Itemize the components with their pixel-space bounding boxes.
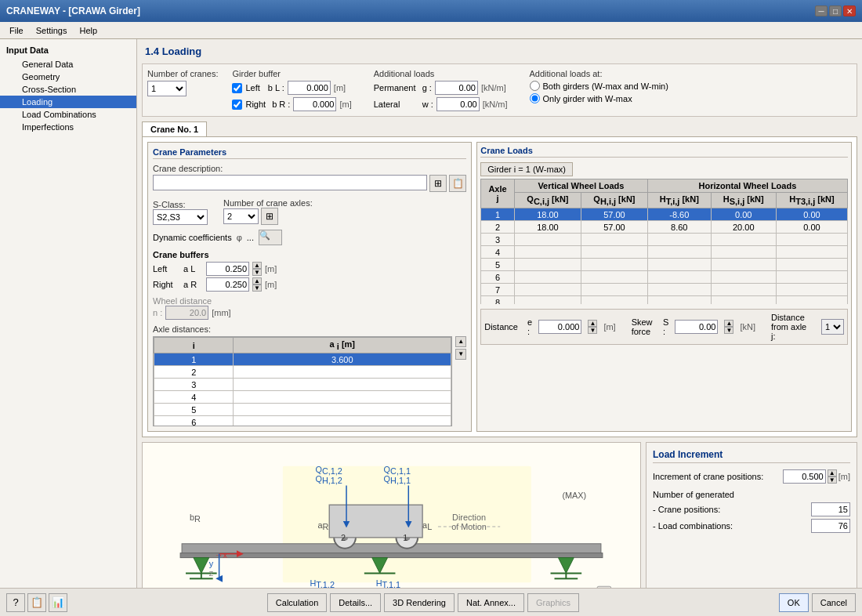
dist-from-axle-select[interactable]: 12: [821, 319, 844, 335]
g-input[interactable]: [435, 81, 478, 95]
crane-positions-value: [811, 502, 850, 516]
ar-input[interactable]: [206, 277, 249, 292]
crane-tab-1[interactable]: Crane No. 1: [142, 121, 207, 136]
axle-scroll-up[interactable]: ▲: [455, 336, 466, 347]
axle-table-scroll[interactable]: i a i [m] 13.600 2 3 4 5: [153, 336, 452, 426]
axle-row-4[interactable]: 4: [154, 391, 451, 404]
crane-diagram-svg: bR bL aR aL QC,1,2 QH,1,2 QC,1,1 QH,1,1: [143, 443, 640, 588]
w-input[interactable]: [436, 97, 480, 111]
s-spin-down[interactable]: ▼: [724, 327, 733, 334]
both-girders-radio[interactable]: [530, 81, 540, 91]
sidebar-item-loading[interactable]: Loading: [0, 96, 136, 108]
axle-row-3[interactable]: 3: [154, 379, 451, 391]
ar-label: a R: [183, 280, 203, 289]
skew-label: Skew force: [632, 317, 654, 336]
ar-spin-up[interactable]: ▲: [252, 277, 262, 284]
crane-desc-input[interactable]: [153, 175, 427, 190]
calculation-button[interactable]: Calculation: [267, 593, 327, 612]
distance-row: Distance e : ▲ ▼ [m] Skew force S : ▲ ▼: [480, 309, 848, 345]
girder-tab[interactable]: Girder i = 1 (W-max): [480, 162, 573, 176]
al-input[interactable]: [206, 262, 249, 276]
menu-file[interactable]: File: [3, 24, 30, 37]
loads-row-6[interactable]: 6: [481, 271, 848, 284]
lateral-row: Lateral w : [kN/m]: [374, 97, 508, 111]
lateral-label: Lateral: [374, 100, 419, 109]
right-buffer-check[interactable]: [232, 100, 242, 110]
help-icon-btn[interactable]: ?: [6, 593, 25, 612]
svg-text:aL: aL: [422, 520, 432, 531]
graphics-button[interactable]: Graphics: [527, 593, 579, 612]
loads-ht-header: HT,i,j [kN]: [647, 193, 711, 208]
loads-row-3[interactable]: 3: [481, 234, 848, 246]
maximize-button[interactable]: □: [829, 5, 842, 16]
details-button[interactable]: Details...: [330, 593, 381, 612]
minimize-button[interactable]: ─: [815, 5, 828, 16]
loads-row-1[interactable]: 118.0057.00-8.600.000.00: [481, 208, 848, 221]
crane-desc-btn1[interactable]: ⊞: [429, 175, 447, 192]
incr-value-wrap: ▲ ▼ [m]: [783, 469, 850, 484]
bl-input[interactable]: [288, 81, 331, 95]
ok-button[interactable]: OK: [779, 593, 809, 612]
crane-desc-btn2[interactable]: 📋: [449, 175, 466, 192]
close-button[interactable]: ✕: [843, 5, 856, 16]
chart-btn[interactable]: 📊: [49, 593, 67, 612]
loads-table-wrap[interactable]: Axlej Vertical Wheel Loads Horizontal Wh…: [480, 179, 848, 304]
main-layout: Input Data General Data Geometry Cross-S…: [0, 39, 862, 588]
copy-btn[interactable]: 📋: [27, 593, 46, 612]
nat-annex-button[interactable]: Nat. Annex...: [458, 593, 524, 612]
ar-spin-down[interactable]: ▼: [252, 284, 262, 292]
axle-scroll-down[interactable]: ▼: [455, 349, 466, 360]
sidebar-item-imperfections[interactable]: Imperfections: [0, 121, 136, 133]
sidebar-item-load-combinations[interactable]: Load Combinations: [0, 108, 136, 121]
cancel-button[interactable]: Cancel: [812, 593, 856, 612]
axle-row-6[interactable]: 6: [154, 416, 451, 426]
s-input[interactable]: [675, 320, 718, 334]
axle-row-2[interactable]: 2: [154, 366, 451, 379]
e-spin-down[interactable]: ▼: [588, 327, 597, 334]
e-spin-up[interactable]: ▲: [588, 320, 597, 327]
rendering-button[interactable]: 3D Rendering: [384, 593, 455, 612]
e-input[interactable]: [538, 320, 581, 334]
menu-help[interactable]: Help: [73, 24, 103, 37]
axles-info-btn[interactable]: ⊞: [261, 208, 278, 225]
num-cranes-select[interactable]: 123: [147, 81, 187, 96]
loads-row-4[interactable]: 4: [481, 246, 848, 259]
axles-select[interactable]: 1234: [223, 208, 259, 224]
content-area: 1.4 Loading Number of cranes: 123 Girder…: [137, 39, 862, 588]
sidebar-item-general-data[interactable]: General Data: [0, 58, 136, 71]
loads-vert-header: Vertical Wheel Loads: [514, 179, 647, 193]
loads-row-7[interactable]: 7: [481, 284, 848, 296]
sclass-select[interactable]: S1S2,S3S4S5: [153, 209, 208, 225]
sclass-group: S-Class: S1S2,S3S4S5: [153, 200, 208, 225]
incr-spin-down[interactable]: ▼: [828, 476, 837, 484]
buffer-right-item: Right a R ▲ ▼ [m]: [153, 277, 466, 292]
axle-row-1[interactable]: 13.600: [154, 353, 451, 366]
svg-text:z: z: [209, 568, 214, 578]
dynamic-search-btn[interactable]: 🔍: [259, 230, 282, 245]
br-input[interactable]: [293, 97, 336, 111]
axle-dist-label: Axle distances:: [153, 324, 466, 334]
al-spin-down[interactable]: ▼: [252, 269, 262, 276]
load-comb-value: [811, 519, 850, 533]
svg-text:(MAX): (MAX): [562, 491, 586, 500]
bl-unit: [m]: [334, 83, 346, 92]
loads-row-5[interactable]: 5: [481, 259, 848, 271]
sidebar-item-cross-section[interactable]: Cross-Section: [0, 83, 136, 96]
left-buffer-check[interactable]: [232, 83, 242, 93]
buffer-left-row: Left b L : [m]: [232, 81, 351, 95]
axle-row-5[interactable]: 5: [154, 404, 451, 416]
sidebar-item-geometry[interactable]: Geometry: [0, 71, 136, 83]
both-girders-label: Both girders (W-max and W-min): [543, 82, 668, 91]
al-spin-up[interactable]: ▲: [252, 262, 262, 269]
s-spin-up[interactable]: ▲: [724, 320, 733, 327]
loads-row-2[interactable]: 218.0057.008.6020.000.00: [481, 221, 848, 234]
menu-settings[interactable]: Settings: [30, 24, 74, 37]
incr-input[interactable]: [783, 469, 826, 484]
e-label: e :: [527, 317, 532, 336]
bottom-bar: ? 📋 📊 Calculation Details... 3D Renderin…: [0, 588, 862, 616]
loads-row-8[interactable]: 8: [481, 296, 848, 304]
radio-both-girders: Both girders (W-max and W-min): [530, 81, 668, 91]
only-girder-radio[interactable]: [530, 93, 540, 103]
left-buf-label: Left: [153, 264, 180, 274]
incr-spin-up[interactable]: ▲: [828, 469, 837, 476]
